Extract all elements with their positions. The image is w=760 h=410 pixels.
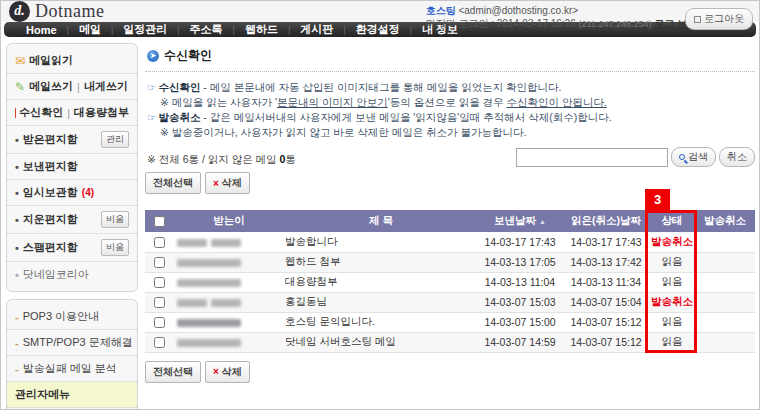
search-label: 검색	[688, 150, 708, 164]
pointer-icon: ☞	[147, 81, 156, 93]
search-icon	[679, 154, 685, 160]
recipient-redacted	[173, 312, 285, 332]
send-cancel-cell	[695, 232, 755, 252]
header-read-date: 읽은(취소)날짜	[563, 210, 649, 232]
logout-button[interactable]: 로그아웃	[685, 8, 753, 30]
sidebar-item-sent[interactable]: • 보낸편지함	[7, 154, 137, 180]
write-to-me-label[interactable]: 내게쓰기	[84, 79, 128, 94]
mail-write-label: 메일쓰기	[29, 79, 73, 94]
read-date: 14-03-17 17:43	[563, 232, 649, 252]
delete-label: 삭제	[222, 365, 242, 379]
mail-subject[interactable]: 대용량첨부	[285, 272, 477, 292]
row-checkbox[interactable]	[154, 297, 165, 308]
bullet-icon: •	[15, 214, 19, 226]
no-receipt-link[interactable]: 수신확인이 안됩니다.	[507, 96, 607, 108]
bullet-icon: •	[15, 161, 19, 173]
sidebar-item-fail-analysis[interactable]: - 발송실패 메일 분석	[7, 356, 137, 382]
row-checkbox[interactable]	[154, 237, 165, 248]
nav-item-webhard[interactable]: 웹하드	[235, 22, 288, 37]
sidebar-item-pop3-guide[interactable]: - POP3 이용안내	[7, 304, 137, 330]
row-checkbox[interactable]	[154, 277, 165, 288]
info-line-receipt: ☞수신확인 - 메일 본문내에 자동 삽입된 이미지태그를 통해 메일을 읽었는…	[147, 80, 755, 94]
search-cancel-button[interactable]: 취소	[719, 147, 755, 167]
delete-button[interactable]: × 삭제	[205, 172, 250, 194]
sent-label: 보낸편지함	[23, 159, 78, 174]
large-attach-label[interactable]: 대용량첨부	[74, 105, 129, 120]
mail-subject[interactable]: 홍길동님	[285, 292, 477, 312]
arrow-circle-icon: ➤	[147, 50, 159, 62]
sidebar-item-smtp-help[interactable]: - SMTP/POP3 문제해결	[7, 330, 137, 356]
toolbar-bottom: 전체선택 × 삭제	[145, 361, 755, 383]
recipient-redacted	[173, 332, 285, 352]
sidebar-item-admin-menu[interactable]: 관리자메뉴	[7, 382, 137, 408]
sidebar-item-inbox[interactable]: • 받은편지함 관리	[7, 126, 137, 154]
sidebar-item-draft[interactable]: • 임시보관함 (4)	[7, 180, 137, 206]
sidebar-item-trash[interactable]: • 지운편지함 비움	[7, 206, 137, 234]
mail-row[interactable]: 대용량첨부 14-03-13 11:04 14-03-13 11:34 읽음	[145, 272, 755, 292]
mail-table-wrap: 받는이 제 목 보낸날짜 ▲ 읽은(취소)날짜 상태 발송취소 발송합니다	[145, 210, 755, 353]
recipient-redacted	[173, 272, 285, 292]
status-cell: 발송취소	[649, 292, 695, 312]
sidebar-item-dotname-korea[interactable]: • 닷네임코리아	[7, 262, 137, 287]
read-date: 14-03-07 15:12	[563, 312, 649, 332]
delete-label: 삭제	[222, 176, 242, 190]
sent-date: 14-03-13 11:04	[477, 272, 563, 292]
mail-subject[interactable]: 호스팅 문의입니다.	[285, 312, 477, 332]
mail-row[interactable]: 닷네임 서버호스팅 메일 14-03-07 14:59 14-03-07 15:…	[145, 332, 755, 352]
search-input[interactable]	[516, 148, 668, 167]
nav-item-settings[interactable]: 환경설정	[346, 22, 410, 37]
delete-button[interactable]: × 삭제	[205, 361, 250, 383]
dash-icon: -	[15, 363, 19, 375]
inbox-manage-button[interactable]: 관리	[101, 131, 129, 148]
sidebar-item-receipt-check[interactable]: 수신확인 | 대용량첨부	[7, 100, 137, 126]
search-box: 검색 취소	[516, 147, 755, 167]
select-all-checkbox[interactable]	[154, 216, 165, 227]
mail-subject[interactable]: 발송합니다	[285, 232, 477, 252]
sidebar-item-mail-write[interactable]: ✎ 메일쓰기 | 내게쓰기	[7, 74, 137, 100]
list-bar: ※ 전체 6통 / 읽지 않은 메일 0통 검색 취소	[147, 147, 755, 167]
row-checkbox[interactable]	[154, 317, 165, 328]
sent-date: 14-03-07 14:59	[477, 332, 563, 352]
nav-item-board[interactable]: 게시판	[290, 22, 343, 37]
receipt-check-label: 수신확인	[19, 105, 63, 120]
totals-prefix: ※ 전체 6통 / 읽지 않은 메일	[147, 153, 279, 165]
trash-empty-button[interactable]: 비움	[101, 211, 129, 228]
nav-item-calendar[interactable]: 일정관리	[113, 22, 177, 37]
info-head: 수신확인	[158, 81, 200, 93]
search-button[interactable]: 검색	[671, 147, 716, 167]
row-checkbox[interactable]	[154, 337, 165, 348]
nav-item-mail[interactable]: 메일	[69, 22, 111, 37]
spam-label: 스팸편지함	[23, 240, 78, 255]
mail-subject[interactable]: 닷네임 서버호스팅 메일	[285, 332, 477, 352]
header-sent-date[interactable]: 보낸날짜 ▲	[477, 210, 563, 232]
status-cell: 발송취소	[649, 232, 695, 252]
mail-totals: ※ 전체 6통 / 읽지 않은 메일 0통	[147, 153, 296, 167]
info-block: ☞수신확인 - 메일 본문내에 자동 삽입된 이미지태그를 통해 메일을 읽었는…	[147, 80, 755, 139]
mail-row[interactable]: 발송합니다 14-03-17 17:43 14-03-17 17:43 발송취소	[145, 232, 755, 252]
status-cell: 읽음	[649, 332, 695, 352]
read-date: 14-03-07 15:04	[563, 292, 649, 312]
info-line-note1: ※ 메일을 읽는 사용자가 '본문내의 이미지 안보기'등의 옵션으로 읽을 경…	[147, 95, 755, 109]
dotname-logo[interactable]: d. Dotname	[9, 1, 104, 22]
spam-empty-button[interactable]: 비움	[101, 239, 129, 256]
sent-date: 14-03-13 17:05	[477, 252, 563, 272]
note-text: ※ 발송중이거나, 사용자가 읽지 않고 바로 삭제한 메일은 취소가 불가능합…	[160, 126, 526, 138]
page: d. Dotname 호스팅 <admin@dothosting.co.kr> …	[0, 0, 760, 410]
send-cancel-cell	[695, 252, 755, 272]
sidebar-item-spam[interactable]: • 스팸편지함 비움	[7, 234, 137, 262]
separator: |	[67, 107, 70, 119]
select-all-button[interactable]: 전체선택	[145, 172, 201, 194]
mail-row[interactable]: 홍길동님 14-03-07 15:03 14-03-07 15:04 발송취소	[145, 292, 755, 312]
read-date: 14-03-13 17:42	[563, 252, 649, 272]
mail-row[interactable]: 호스팅 문의입니다. 14-03-07 15:00 14-03-07 15:12…	[145, 312, 755, 332]
mail-row[interactable]: 웹하드 첨부 14-03-13 17:05 14-03-13 17:42 읽음	[145, 252, 755, 272]
mail-subject[interactable]: 웹하드 첨부	[285, 252, 477, 272]
read-date: 14-03-13 11:34	[563, 272, 649, 292]
nav-item-home[interactable]: Home	[16, 24, 67, 36]
sidebar-item-mail-read[interactable]: ✉ 메일읽기	[7, 48, 137, 74]
row-checkbox[interactable]	[154, 257, 165, 268]
logout-label: 로그아웃	[704, 12, 744, 26]
image-block-link[interactable]: 본문내의 이미지 안보기	[277, 96, 388, 108]
nav-item-contacts[interactable]: 주소록	[180, 22, 233, 37]
select-all-button[interactable]: 전체선택	[145, 361, 201, 383]
